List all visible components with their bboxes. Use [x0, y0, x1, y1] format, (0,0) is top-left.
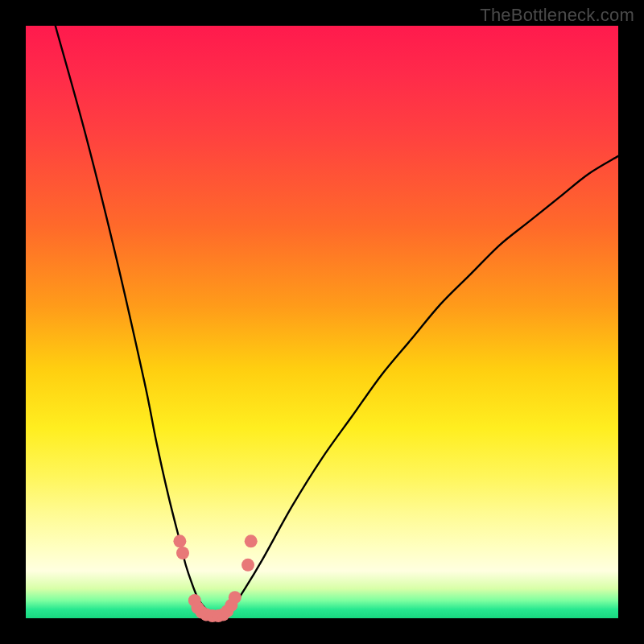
marker-dot [229, 591, 242, 604]
marker-group [173, 535, 257, 622]
bottleneck-curve [56, 26, 618, 616]
marker-dot [242, 559, 254, 572]
marker-dot [245, 535, 258, 547]
chart-svg [26, 26, 618, 618]
chart-plot-area [26, 26, 618, 618]
chart-frame: TheBottleneck.com [0, 0, 644, 644]
watermark-text: TheBottleneck.com [480, 5, 634, 26]
marker-dot [173, 535, 186, 547]
marker-dot [176, 547, 189, 559]
